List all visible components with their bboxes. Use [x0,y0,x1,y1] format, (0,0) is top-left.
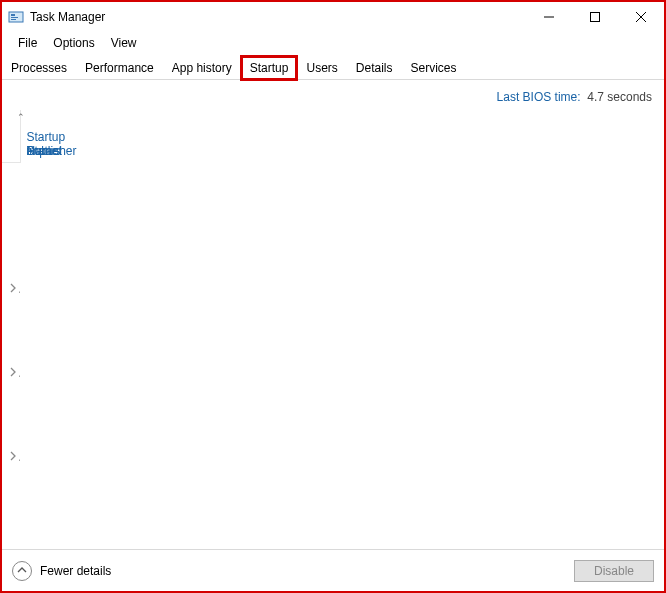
svg-rect-1 [11,14,15,16]
tab-processes[interactable]: Processes [2,56,76,79]
table-row[interactable]: AcroTrayAdobe Systems Inc.EnabledLow [2,219,20,247]
menu-view[interactable]: View [103,34,145,52]
expand-cell [2,415,20,443]
menubar: File Options View [2,32,664,56]
chevron-right-icon [8,283,18,293]
tab-startup[interactable]: Startup [241,56,298,80]
expand-cell[interactable] [2,443,20,471]
table-row[interactable]: GrooveMonitor UtilityMicrosoft Corporati… [2,415,20,443]
maximize-button[interactable] [572,2,618,32]
app-icon [8,9,24,25]
table-row[interactable]: µTorrentBitTorrent, Inc.EnabledHigh [2,163,20,191]
titlebar[interactable]: Task Manager [2,2,664,32]
tab-bar: Processes Performance App history Startu… [2,56,664,80]
window-title: Task Manager [30,10,105,24]
expand-cell [2,303,20,331]
bios-time: Last BIOS time: 4.7 seconds [2,80,664,110]
table-row[interactable]: coresysEnabledNot measured [2,331,20,359]
expand-cell [2,247,20,275]
fewer-details-label: Fewer details [40,564,111,578]
expand-cell [2,499,20,523]
expand-cell [2,163,20,191]
chevron-right-icon [8,451,18,461]
table-body[interactable]: µTorrentBitTorrent, Inc.EnabledHighABBYY… [2,163,20,523]
svg-rect-2 [11,17,18,18]
expand-cell [2,471,20,499]
content-pane: Last BIOS time: 4.7 seconds ⌃ Name P [2,80,664,549]
table-row[interactable]: FMAPP ApplicationEnabledLow [2,387,20,415]
startup-table: ⌃ Name Publisher Status Startup impact µ… [2,110,664,549]
chevron-right-icon [8,367,18,377]
menu-file[interactable]: File [10,34,45,52]
expand-cell [2,387,20,415]
sort-ascending-icon: ⌃ [17,112,25,122]
expand-cell [2,219,20,247]
table-row[interactable]: Adobe Acrobat SpeedLaunc...Adobe Systems… [2,247,20,275]
tab-details[interactable]: Details [347,56,402,79]
bios-time-label: Last BIOS time: [497,90,581,104]
expand-cell[interactable] [2,359,20,387]
tab-services[interactable]: Services [402,56,466,79]
table-row[interactable]: Radeon Settings: Host Appli...Advanced M… [2,499,20,523]
menu-options[interactable]: Options [45,34,102,52]
tab-users[interactable]: Users [297,56,346,79]
expand-cell [2,191,20,219]
svg-rect-3 [11,19,16,20]
table-row[interactable]: ABBYY ScreenshotReaderABBYY.EnabledHigh [2,191,20,219]
disable-button[interactable]: Disable [574,560,654,582]
table-row[interactable]: DropboxDropbox, Inc.EnabledHigh [2,359,20,387]
expand-cell [2,331,20,359]
table-row[interactable]: Conexant High Definition A...Conexant Sy… [2,303,20,331]
expand-cell[interactable] [2,275,20,303]
table-row[interactable]: Internet Download Manager...Tonec Inc.En… [2,443,20,471]
chevron-up-icon [12,561,32,581]
footer: Fewer details Disable [2,549,664,591]
fewer-details-button[interactable]: Fewer details [12,561,111,581]
task-manager-window: Task Manager File Options View Processes… [0,0,666,593]
tab-app-history[interactable]: App history [163,56,241,79]
window-controls [526,2,664,32]
close-button[interactable] [618,2,664,32]
bios-time-value: 4.7 seconds [587,90,652,104]
minimize-button[interactable] [526,2,572,32]
svg-rect-5 [591,13,600,22]
table-row[interactable]: AAutodesk Desktop AppAutodesk, Inc.Enabl… [2,275,20,303]
table-row[interactable]: Microsoft OneDriveMicrosoft CorporationE… [2,471,20,499]
tab-performance[interactable]: Performance [76,56,163,79]
